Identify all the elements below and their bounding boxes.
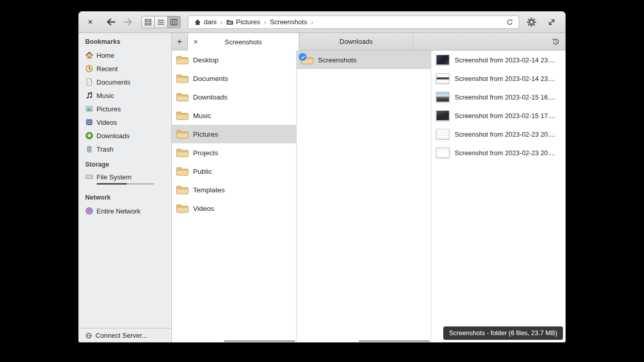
grid-view-button[interactable] xyxy=(141,16,155,28)
sidebar-item-documents[interactable]: Documents xyxy=(78,75,171,89)
settings-button[interactable] xyxy=(524,14,539,30)
folder-icon xyxy=(176,55,189,65)
view-switcher xyxy=(141,16,181,28)
sidebar-item-file-system[interactable]: File System xyxy=(78,171,171,189)
sidebar-item-label: Recent xyxy=(96,65,118,73)
breadcrumb-screenshots[interactable]: Screenshots xyxy=(267,18,310,26)
sidebar-item-downloads[interactable]: Downloads xyxy=(78,129,171,142)
recent-icon xyxy=(85,64,93,73)
list-view-button[interactable] xyxy=(154,16,168,28)
file-row[interactable]: Screenshot from 2023-02-15 16.... xyxy=(431,88,566,106)
sidebar-item-label: Entire Network xyxy=(96,207,140,215)
file-name: Screenshot from 2023-02-23 20.... xyxy=(455,149,555,157)
file-row[interactable]: Screenshot from 2023-02-23 20.... xyxy=(431,125,566,143)
connect-server-button[interactable]: Connect Server... xyxy=(78,328,171,342)
folder-row-public[interactable]: Public xyxy=(172,162,296,180)
sidebar-item-label: File System xyxy=(96,173,154,181)
history-button[interactable] xyxy=(546,33,566,50)
folder-icon xyxy=(176,185,189,195)
folder-name: Music xyxy=(193,112,211,120)
folder-row-projects[interactable]: Projects xyxy=(172,143,296,162)
chevron-right-icon: › xyxy=(220,18,223,26)
horizontal-scrollbar[interactable] xyxy=(359,340,430,342)
file-name: Screenshot from 2023-02-15 16.... xyxy=(455,93,555,101)
folder-name: Public xyxy=(193,168,212,175)
sidebar-item-videos[interactable]: Videos xyxy=(78,116,171,129)
home-icon xyxy=(194,19,201,26)
sidebar-item-label: Home xyxy=(96,52,115,59)
folder-row-pictures[interactable]: Pictures xyxy=(172,125,296,143)
folder-row-documents[interactable]: Documents xyxy=(172,69,296,88)
folder-icon xyxy=(176,129,189,139)
pictures-icon xyxy=(85,105,93,113)
breadcrumb-home[interactable]: dani xyxy=(191,18,220,26)
back-button[interactable] xyxy=(104,15,118,29)
sidebar-item-trash[interactable]: Trash xyxy=(78,142,171,156)
folder-row-templates[interactable]: Templates xyxy=(172,180,296,199)
downloads-icon xyxy=(85,131,93,140)
breadcrumb-label: Screenshots xyxy=(270,18,307,26)
folder-icon xyxy=(176,204,189,213)
file-name: Screenshot from 2023-02-14 23.... xyxy=(455,75,555,83)
storage-usage-bar xyxy=(96,183,154,185)
window-close-button[interactable]: × xyxy=(85,17,96,28)
file-row[interactable]: Screenshot from 2023-02-23 20.... xyxy=(431,143,566,162)
file-thumbnail xyxy=(436,110,449,121)
breadcrumb-label: Pictures xyxy=(236,18,260,26)
folder-row-music[interactable]: Music xyxy=(172,106,296,125)
list-view-icon xyxy=(157,19,165,26)
history-icon xyxy=(552,38,560,46)
folder-icon xyxy=(226,19,233,26)
tabbar-spacer xyxy=(413,33,546,50)
tab-close-button[interactable]: × xyxy=(194,33,198,51)
tab-downloads[interactable]: Downloads xyxy=(299,33,413,50)
file-row[interactable]: Screenshot from 2023-02-15 17.... xyxy=(431,106,566,125)
status-tooltip: Screenshots - folder (6 files, 23.7 MB) xyxy=(443,326,563,340)
folder-icon xyxy=(176,92,189,102)
folder-name: Downloads xyxy=(193,93,228,101)
folder-row-videos[interactable]: Videos xyxy=(172,199,296,218)
sidebar-item-pictures[interactable]: Pictures xyxy=(78,102,171,116)
column-pictures-contents: Screenshots xyxy=(297,51,431,342)
folder-icon xyxy=(176,74,189,84)
sidebar-item-entire-network[interactable]: Entire Network xyxy=(78,204,171,218)
server-icon xyxy=(85,332,92,339)
toolbar: × dani › Pictures xyxy=(78,11,566,33)
column-view-button[interactable] xyxy=(167,16,181,28)
sidebar-item-home[interactable]: Home xyxy=(78,48,171,62)
horizontal-scrollbar[interactable] xyxy=(224,340,295,342)
tab-label: Screenshots xyxy=(224,38,262,46)
folder-row-desktop[interactable]: Desktop xyxy=(172,51,296,69)
file-row[interactable]: Screenshot from 2023-02-14 23.... xyxy=(431,69,566,88)
column-screenshots-contents: Screenshot from 2023-02-14 23.... Screen… xyxy=(431,51,566,342)
sidebar-section-network: Network xyxy=(78,189,171,204)
home-icon xyxy=(85,51,93,59)
refresh-icon xyxy=(506,19,513,26)
fullscreen-button[interactable] xyxy=(544,14,559,30)
sidebar-item-music[interactable]: Music xyxy=(78,89,171,102)
tab-screenshots[interactable]: × Screenshots xyxy=(187,33,299,51)
forward-button[interactable] xyxy=(121,15,135,29)
path-bar[interactable]: dani › Pictures › Screenshots › xyxy=(188,15,519,29)
folder-icon xyxy=(176,148,189,158)
file-row[interactable]: Screenshot from 2023-02-14 23.... xyxy=(431,51,566,69)
file-name: Screenshot from 2023-02-14 23.... xyxy=(455,56,555,64)
forward-arrow-icon xyxy=(123,18,133,26)
videos-icon xyxy=(85,118,93,126)
filesystem-info: File System xyxy=(96,173,154,185)
new-tab-button[interactable]: + xyxy=(172,33,187,50)
file-thumbnail xyxy=(436,73,449,84)
folder-name: Screenshots xyxy=(318,56,357,64)
sidebar: Bookmarks Home Recent Documents Music Pi… xyxy=(78,33,172,342)
folder-row-screenshots[interactable]: Screenshots xyxy=(297,51,431,69)
main-area: + × Screenshots Downloads D xyxy=(172,33,566,342)
refresh-button[interactable] xyxy=(504,17,516,28)
breadcrumb-pictures[interactable]: Pictures xyxy=(223,18,263,26)
folder-name: Projects xyxy=(193,149,218,157)
check-icon xyxy=(300,55,305,60)
folder-row-downloads[interactable]: Downloads xyxy=(172,88,296,106)
folder-icon xyxy=(176,167,189,176)
sidebar-item-recent[interactable]: Recent xyxy=(78,62,171,75)
file-name: Screenshot from 2023-02-15 17.... xyxy=(455,112,555,120)
file-manager-window: × dani › Pictures xyxy=(78,11,566,342)
